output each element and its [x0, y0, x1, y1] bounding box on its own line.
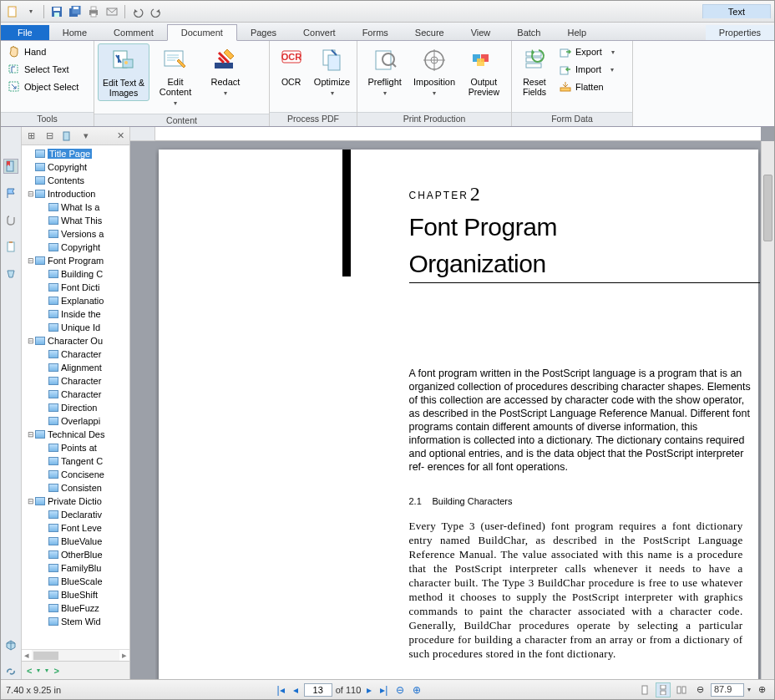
expand-tree-icon[interactable]: ⊞ [24, 129, 38, 143]
tab-home[interactable]: Home [49, 25, 100, 40]
tree-twisty-icon[interactable]: ⊟ [27, 190, 35, 198]
bookmark-item[interactable]: Font Leve [22, 521, 129, 535]
print-icon[interactable] [85, 3, 102, 20]
nav-next-icon[interactable]: > [53, 666, 58, 676]
bookmark-item[interactable]: Copyright [22, 241, 129, 254]
edit-text-images-button[interactable]: Edit Text & Images [98, 43, 149, 101]
collapse-tree-icon[interactable]: ⊟ [43, 129, 56, 143]
bookmark-item[interactable]: ⊟Private Dictio [22, 495, 129, 508]
bookmark-item[interactable]: Overlappi [22, 414, 129, 428]
bookmark-item[interactable]: BlueScale [22, 575, 129, 588]
bookmark-item[interactable]: Concisene [22, 468, 129, 481]
reset-fields-button[interactable]: Reset Fields [515, 43, 554, 99]
last-page-icon[interactable]: ▸| [377, 684, 390, 696]
bookmark-item[interactable]: Font Dicti [22, 281, 129, 294]
save-all-icon[interactable] [67, 3, 84, 20]
tab-help[interactable]: Help [554, 25, 600, 40]
edit-content-button[interactable]: Edit Content▾ [151, 43, 200, 111]
bookmark-item[interactable]: OtherBlue [22, 548, 129, 561]
continuous-view-icon[interactable] [656, 682, 671, 697]
tab-forms[interactable]: Forms [349, 25, 402, 40]
zoom-out-status-icon[interactable]: ⊖ [393, 684, 407, 696]
bookmark-item[interactable]: Direction [22, 401, 129, 414]
bookmark-item[interactable]: What Is a [22, 200, 129, 214]
new-bookmark-icon[interactable] [61, 129, 74, 143]
tree-twisty-icon[interactable]: ⊟ [27, 256, 35, 265]
bucket-panel-icon[interactable] [3, 266, 18, 281]
bookmark-item[interactable]: Consisten [22, 481, 129, 495]
new-doc-icon[interactable] [4, 3, 21, 20]
next-page-icon[interactable]: ▸ [364, 684, 374, 696]
hand-tool[interactable]: Hand [4, 43, 82, 60]
bookmark-item[interactable]: Character [22, 388, 129, 401]
first-page-icon[interactable]: |◂ [275, 684, 287, 696]
output-preview-button[interactable]: Output Preview [460, 43, 508, 99]
bookmark-item[interactable]: ⊟Introduction [22, 187, 129, 200]
bookmark-item[interactable]: Tangent C [22, 454, 129, 468]
tab-document[interactable]: Document [167, 24, 237, 41]
vertical-scrollbar[interactable] [761, 141, 774, 679]
redact-button[interactable]: Redact▾ [201, 43, 250, 101]
bookmark-item[interactable]: BlueFuzz [22, 601, 129, 615]
panel-hscroll[interactable]: ◂ ▸ [22, 649, 129, 661]
single-page-view-icon[interactable] [637, 682, 652, 697]
bookmark-item[interactable]: Character [22, 347, 129, 361]
zoom-dropdown-icon[interactable]: ▾ [747, 686, 751, 693]
tree-twisty-icon[interactable]: ⊟ [27, 497, 35, 505]
page-number-input[interactable] [304, 683, 332, 697]
object-select-tool[interactable]: Object Select [4, 79, 82, 95]
mail-icon[interactable] [104, 3, 120, 20]
bookmark-item[interactable]: ⊟Font Program [22, 254, 129, 267]
export-button[interactable]: Export ▾ [555, 43, 618, 60]
zoom-fit-icon[interactable]: ⊖ [692, 682, 707, 697]
nav-next-dd-icon[interactable]: ▾ [45, 667, 48, 674]
tab-properties[interactable]: Properties [706, 25, 774, 40]
redo-icon[interactable] [148, 3, 165, 20]
facing-view-icon[interactable] [674, 682, 689, 697]
zoom-plus-icon[interactable]: ⊕ [754, 682, 769, 697]
bookmark-item[interactable]: Alignment [22, 361, 129, 374]
bookmark-item[interactable]: BlueValue [22, 535, 129, 548]
bookmark-item[interactable]: BlueShift [22, 588, 129, 601]
optimize-button[interactable]: Optimize▾ [311, 43, 353, 101]
attachment-panel-icon[interactable] [3, 212, 18, 227]
bookmark-options-icon[interactable]: ▾ [79, 129, 93, 143]
link-panel-icon[interactable] [3, 664, 18, 679]
flatten-button[interactable]: Flatten [555, 79, 618, 95]
bookmark-item[interactable]: Character [22, 374, 129, 388]
bookmark-item[interactable]: Declarativ [22, 508, 129, 521]
imposition-button[interactable]: Imposition▾ [410, 43, 458, 101]
cube-panel-icon[interactable] [3, 637, 18, 652]
bookmarks-panel-icon[interactable] [3, 159, 18, 174]
tab-convert[interactable]: Convert [290, 25, 349, 40]
tree-twisty-icon[interactable]: ⊟ [27, 430, 35, 439]
tab-comment[interactable]: Comment [100, 25, 167, 40]
flag-panel-icon[interactable] [3, 185, 18, 200]
zoom-level[interactable]: 87.9 [711, 683, 744, 697]
tab-view[interactable]: View [458, 25, 504, 40]
bookmark-item[interactable]: Stem Wid [22, 615, 129, 628]
bookmark-item[interactable]: Title Page [22, 147, 129, 160]
bookmark-item[interactable]: Points at [22, 441, 129, 454]
nav-prev-dd-icon[interactable]: ▾ [37, 667, 40, 674]
tab-pages[interactable]: Pages [237, 25, 290, 40]
bookmark-item[interactable]: Copyright [22, 160, 129, 174]
tab-file[interactable]: File [1, 25, 49, 40]
tab-batch[interactable]: Batch [504, 25, 554, 40]
zoom-in-status-icon[interactable]: ⊕ [410, 684, 423, 696]
import-button[interactable]: Import ▾ [555, 61, 618, 78]
save-icon[interactable] [48, 3, 65, 20]
ocr-button[interactable]: OCR OCR [273, 43, 309, 89]
bookmark-item[interactable]: Contents [22, 174, 129, 187]
tree-twisty-icon[interactable]: ⊟ [27, 337, 35, 345]
select-text-tool[interactable]: Select Text [4, 61, 82, 78]
tab-secure[interactable]: Secure [402, 25, 458, 40]
bookmark-item[interactable]: FamilyBlu [22, 561, 129, 575]
bookmark-item[interactable]: Explanatio [22, 294, 129, 307]
page-area[interactable]: CHAPTER2 Font Program Organization A fon… [155, 141, 761, 679]
prev-page-icon[interactable]: ◂ [291, 684, 301, 696]
bookmark-item[interactable]: ⊟Character Ou [22, 334, 129, 347]
bookmark-item[interactable]: Unique Id [22, 321, 129, 334]
bookmark-item[interactable]: Inside the [22, 307, 129, 321]
bookmark-item[interactable]: What This [22, 214, 129, 227]
